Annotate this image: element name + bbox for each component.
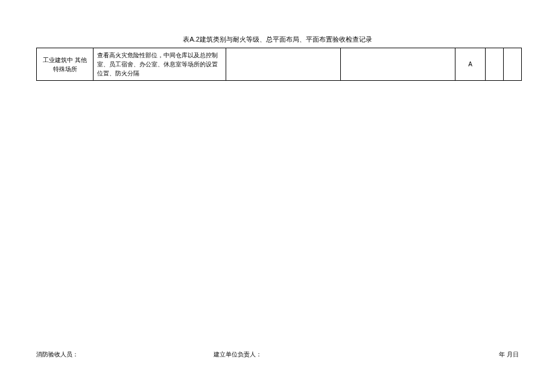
cell-content: 查看高火灾危险性部位，中间仓库以及总控制 室、员工宿舍、办公室、休息室等场所的设… [94, 48, 226, 81]
cell-blank-4 [504, 48, 522, 81]
cell-blank-1 [226, 48, 341, 81]
footer-right-label: 年 月日 [360, 350, 519, 359]
footer-center-label: 建立单位负责人： [195, 350, 360, 359]
inspection-table: 工业建筑中 其他特殊场所 查看高火灾危险性部位，中间仓库以及总控制 室、员工宿舍… [36, 48, 522, 81]
page: 表A.2建筑类别与耐火等级、总平面布局、平面布置验收检查记录 工业建筑中 其他特… [0, 0, 555, 392]
cell-level: A [455, 48, 486, 81]
cell-category: 工业建筑中 其他特殊场所 [37, 48, 94, 81]
footer-left-label: 消防验收人员： [36, 350, 195, 359]
cell-blank-3 [486, 48, 504, 81]
table-row: 工业建筑中 其他特殊场所 查看高火灾危险性部位，中间仓库以及总控制 室、员工宿舍… [37, 48, 522, 81]
document-title: 表A.2建筑类别与耐火等级、总平面布局、平面布置验收检查记录 [36, 35, 519, 44]
footer: 消防验收人员： 建立单位负责人： 年 月日 [36, 350, 519, 359]
cell-blank-2 [341, 48, 455, 81]
